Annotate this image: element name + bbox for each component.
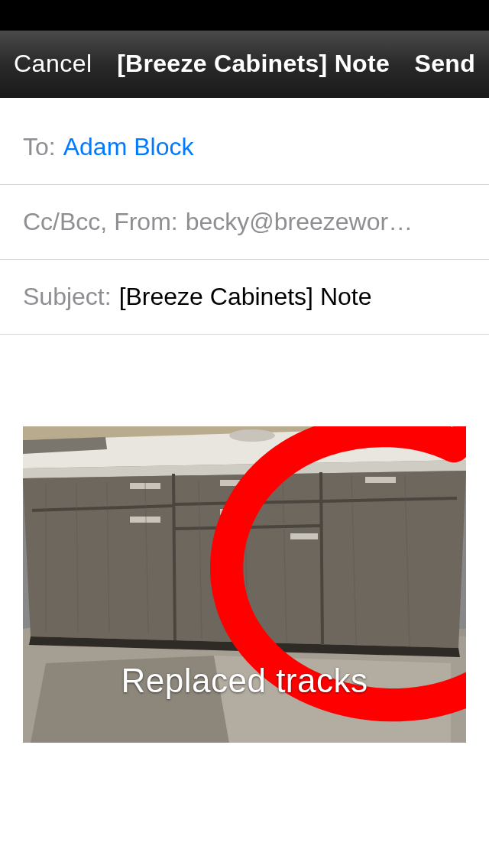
nav-bar: Cancel [Breeze Cabinets] Note Send bbox=[0, 31, 489, 98]
svg-rect-17 bbox=[220, 480, 251, 486]
cc-bcc-from-field[interactable]: Cc/Bcc, From: becky@breezewor… bbox=[0, 185, 489, 260]
subject-label: Subject: bbox=[23, 283, 112, 311]
status-bar bbox=[0, 0, 489, 31]
svg-rect-18 bbox=[220, 509, 251, 515]
subject-value: [Breeze Cabinets] Note bbox=[119, 283, 372, 311]
svg-rect-16 bbox=[130, 517, 160, 523]
to-label: To: bbox=[23, 133, 56, 161]
photo-caption: Replaced tracks bbox=[23, 662, 466, 700]
to-recipient[interactable]: Adam Block bbox=[63, 133, 194, 161]
subject-field[interactable]: Subject: [Breeze Cabinets] Note bbox=[0, 260, 489, 335]
to-field[interactable]: To: Adam Block bbox=[0, 98, 489, 185]
from-value: becky@breezewor… bbox=[186, 208, 413, 236]
cancel-button[interactable]: Cancel bbox=[14, 50, 92, 78]
svg-rect-20 bbox=[365, 477, 396, 483]
svg-rect-23 bbox=[405, 428, 458, 443]
svg-point-22 bbox=[229, 429, 275, 442]
compose-area: To: Adam Block Cc/Bcc, From: becky@breez… bbox=[0, 98, 489, 766]
svg-rect-19 bbox=[290, 533, 318, 539]
cc-label: Cc/Bcc, From: bbox=[23, 208, 178, 236]
attached-photo[interactable]: Replaced tracks bbox=[23, 426, 466, 743]
send-button[interactable]: Send bbox=[415, 50, 475, 78]
email-body[interactable]: Replaced tracks bbox=[0, 335, 489, 766]
nav-title: [Breeze Cabinets] Note bbox=[117, 50, 390, 78]
